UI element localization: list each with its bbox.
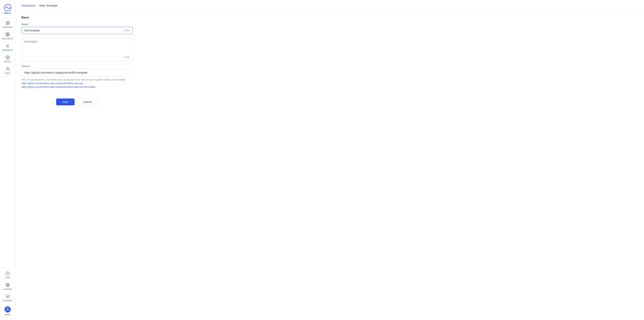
description-count: 0/200 xyxy=(24,56,130,59)
sidebar-item-help[interactable]: Help xyxy=(0,270,15,280)
sidebar-item-download[interactable]: Download xyxy=(0,292,15,304)
description-input[interactable] xyxy=(24,40,130,56)
sidebar-item-applications-label: Applications xyxy=(2,37,13,40)
svg-point-12 xyxy=(6,272,9,275)
svg-rect-5 xyxy=(6,33,7,34)
svg-rect-4 xyxy=(8,24,9,24)
name-input[interactable] xyxy=(24,29,122,32)
applications-icon xyxy=(6,32,10,36)
sidebar-item-applications[interactable]: Applications xyxy=(0,30,15,42)
breadcrumb-separator: / xyxy=(37,4,38,7)
breadcrumb-current: New Template xyxy=(40,4,58,7)
main-content: Operations / New Template Basic Name * 1… xyxy=(15,0,644,320)
svg-rect-7 xyxy=(6,35,7,36)
sidebar-item-dashboard[interactable]: Dashboard xyxy=(0,19,15,30)
source-hint-line2: https://github.com/terraform-aws-modules… xyxy=(22,82,133,85)
download-icon xyxy=(6,294,10,298)
sidebar-item-system-label: System xyxy=(4,60,11,63)
name-required-star: * xyxy=(29,23,30,26)
sidebar-item-dashboard-label: Dashboard xyxy=(2,26,13,28)
help-icon xyxy=(6,271,10,276)
sidebar-item-download-label: Download xyxy=(3,299,12,302)
sidebar-item-language[interactable]: Language xyxy=(0,281,15,292)
source-required-star: * xyxy=(30,65,31,68)
sidebar-item-system[interactable]: System xyxy=(0,54,15,64)
sidebar: Walrus Dashboard Applications xyxy=(0,0,15,320)
logo[interactable]: Walrus xyxy=(2,2,13,16)
sidebar-bottom: Help Language Download xyxy=(0,268,15,318)
admin-label: admin xyxy=(5,313,10,316)
source-input[interactable] xyxy=(24,71,130,74)
source-hint: URL of a git repository. Use the ref que… xyxy=(22,78,133,89)
name-input-wrapper[interactable]: 14/63 xyxy=(22,27,133,34)
user-icon xyxy=(6,307,10,312)
description-field-group: 0/200 xyxy=(22,38,638,61)
svg-point-18 xyxy=(7,308,8,309)
svg-point-11 xyxy=(6,68,8,69)
source-hint-line1: URL of a git repository. Use the ref que… xyxy=(22,78,133,82)
breadcrumb-parent[interactable]: Operations xyxy=(22,4,36,7)
name-count: 14/63 xyxy=(124,29,130,32)
source-input-wrapper[interactable] xyxy=(22,69,133,76)
name-label: Name * xyxy=(22,23,638,26)
dashboard-icon xyxy=(6,21,10,25)
sidebar-item-operations[interactable]: Operations xyxy=(0,42,15,53)
source-hint-line3: https://github.com/terraform-aws-modules… xyxy=(22,85,133,89)
description-textarea-wrapper[interactable]: 0/200 xyxy=(22,38,133,61)
page-header: Operations / New Template xyxy=(15,0,644,10)
operations-icon xyxy=(6,44,10,48)
svg-rect-6 xyxy=(8,33,9,34)
sidebar-item-language-label: Language xyxy=(3,288,12,290)
svg-rect-3 xyxy=(6,24,7,24)
system-icon xyxy=(6,56,10,60)
logo-label: Walrus xyxy=(4,12,11,14)
cancel-button[interactable]: Cancel xyxy=(77,98,98,106)
sidebar-nav: Dashboard Applications Operations xyxy=(0,19,15,268)
sidebar-item-users[interactable]: Users xyxy=(0,65,15,76)
source-field-group: Source * URL of a git repository. Use th… xyxy=(22,65,638,89)
sidebar-item-users-label: Users xyxy=(5,72,10,74)
avatar xyxy=(4,306,11,312)
language-icon xyxy=(6,283,10,287)
name-field-group: Name * 14/63 xyxy=(22,23,638,34)
section-title: Basic xyxy=(22,16,638,19)
form-actions: Save Cancel xyxy=(22,98,133,106)
svg-rect-2 xyxy=(8,22,9,22)
source-label: Source * xyxy=(22,65,638,68)
svg-point-10 xyxy=(7,57,8,58)
users-icon xyxy=(6,67,10,71)
svg-rect-1 xyxy=(6,22,7,22)
sidebar-item-help-label: Help xyxy=(5,276,10,278)
sidebar-item-admin[interactable]: admin xyxy=(0,304,15,318)
svg-point-9 xyxy=(7,46,8,46)
save-button[interactable]: Save xyxy=(56,98,74,106)
svg-rect-8 xyxy=(8,35,9,36)
page-content-body: Basic Name * 14/63 0/200 Source * xyxy=(15,10,644,111)
sidebar-item-operations-label: Operations xyxy=(2,49,13,51)
